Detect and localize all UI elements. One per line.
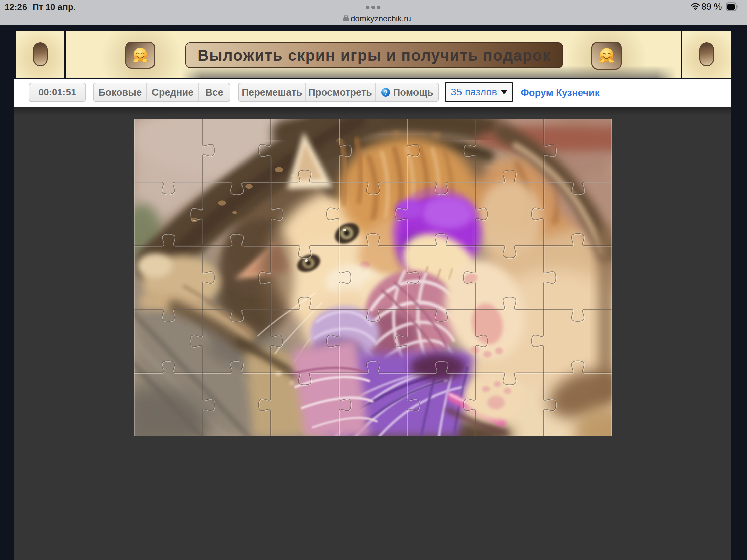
svg-text:?: ?: [384, 89, 388, 96]
